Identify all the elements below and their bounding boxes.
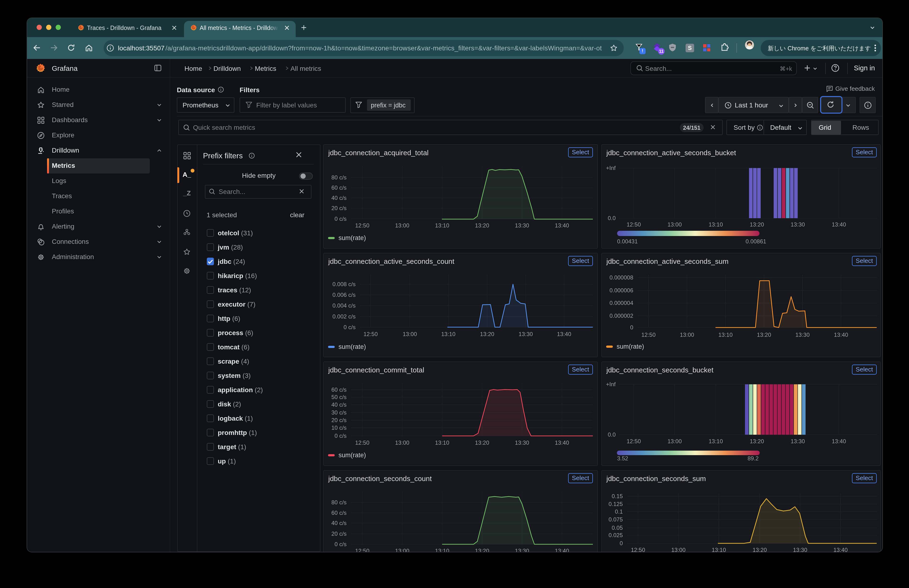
svg-text:60 c/s: 60 c/s [331, 184, 347, 191]
svg-text:jdbc_connection_active_seconds: jdbc_connection_active_seconds_count [328, 257, 454, 265]
svg-text:12:50: 12:50 [355, 222, 370, 229]
svg-text:jdbc_connection_acquired_total: jdbc_connection_acquired_total [328, 149, 429, 157]
svg-text:80 c/s: 80 c/s [331, 174, 347, 181]
svg-text:20 c/s: 20 c/s [331, 205, 347, 211]
svg-text:0.008 c/s: 0.008 c/s [333, 281, 355, 288]
svg-text:13:10: 13:10 [435, 222, 449, 229]
svg-text:40 c/s: 40 c/s [331, 195, 347, 201]
svg-text:13:00: 13:00 [395, 222, 409, 229]
svg-text:0.006 c/s: 0.006 c/s [333, 292, 355, 294]
svg-text:sum(rate): sum(rate) [339, 234, 366, 241]
svg-text:0 c/s: 0 c/s [334, 216, 347, 222]
